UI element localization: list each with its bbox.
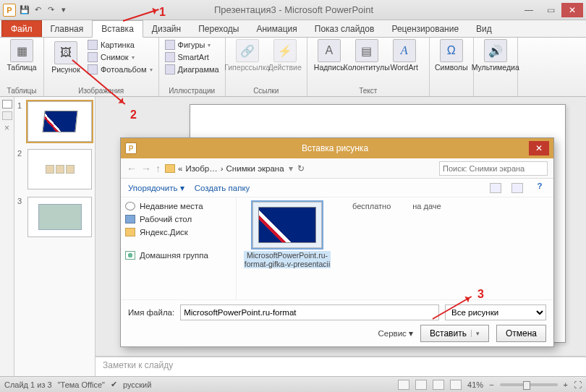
notes-pane[interactable]: Заметки к слайду (95, 356, 586, 376)
tree-homegroup[interactable]: Домашняя группа (125, 251, 232, 260)
screenshot-button[interactable]: Снимок ▾ (86, 51, 154, 63)
shapes-icon (165, 40, 175, 50)
spellcheck-icon[interactable]: ✔ (111, 380, 117, 389)
album-icon (88, 64, 98, 74)
nav-tree: Недавние места Рабочий стол Яндекс.Диск … (121, 197, 237, 299)
wordart-button[interactable]: AWordArt (387, 39, 422, 72)
symbols-button[interactable]: ΩСимволы (434, 39, 469, 72)
photo-album-button[interactable]: Фотоальбом ▾ (86, 64, 154, 75)
maximize-button[interactable]: ▭ (540, 3, 561, 17)
tab-animation[interactable]: Анимация (247, 21, 305, 37)
preview-pane-button[interactable] (511, 183, 523, 193)
file-label-2[interactable]: бесплатно (352, 202, 391, 210)
group-illustrations: Фигуры ▾ SmartArt Диаграмма Иллюстрации (159, 38, 226, 96)
filename-input[interactable] (180, 304, 439, 320)
dialog-app-icon: P (125, 142, 137, 154)
hyperlink-icon: 🔗 (236, 39, 259, 62)
tab-review[interactable]: Рецензирование (383, 21, 467, 37)
breadcrumb[interactable]: « Изобр… › Снимки экрана (165, 164, 284, 173)
clipart-icon (88, 40, 98, 50)
back-button[interactable]: ← (127, 163, 137, 174)
insert-picture-dialog: P Вставка рисунка ✕ ← → ↑ « Изобр… › Сни… (120, 137, 554, 347)
slide-indicator: Слайд 1 из 3 (4, 380, 52, 389)
fit-to-window-button[interactable]: ⛶ (574, 380, 582, 389)
action-button[interactable]: ⚡Действие (268, 39, 302, 72)
redo-icon[interactable]: ↷ (45, 4, 56, 16)
organize-button[interactable]: Упорядочить ▾ (128, 183, 184, 193)
ribbon-tabs: Файл Главная Вставка Дизайн Переходы Ани… (0, 20, 586, 38)
shapes-button[interactable]: Фигуры ▾ (164, 39, 221, 51)
search-input[interactable] (439, 161, 548, 176)
view-options-button[interactable] (490, 183, 501, 193)
file-label-3[interactable]: на даче (412, 202, 441, 210)
tree-desktop[interactable]: Рабочий стол (125, 215, 232, 223)
minimize-button[interactable]: — (518, 3, 540, 17)
tab-insert[interactable]: Вставка (92, 20, 143, 38)
recent-icon (125, 202, 135, 210)
dialog-title: Вставка рисунка (141, 143, 529, 153)
help-button[interactable]: ? (533, 182, 546, 195)
qat-dropdown-icon[interactable]: ▾ (58, 4, 69, 16)
picture-button[interactable]: 🖼 Рисунок (48, 39, 83, 75)
undo-icon[interactable]: ↶ (32, 4, 43, 16)
desktop-icon (125, 215, 135, 223)
tab-transitions[interactable]: Переходы (190, 21, 247, 37)
textbox-button[interactable]: AНадпись (312, 39, 347, 72)
tree-yandex-disk[interactable]: Яндекс.Диск (125, 228, 232, 237)
cancel-button[interactable]: Отмена (496, 325, 546, 342)
thumbnail-2[interactable]: 2 (17, 149, 92, 189)
zoom-value: 41% (467, 380, 483, 389)
zoom-slider[interactable] (500, 383, 558, 386)
file-type-select[interactable]: Все рисунки (445, 304, 546, 320)
tab-design[interactable]: Дизайн (143, 21, 190, 37)
up-button[interactable]: ↑ (156, 163, 161, 174)
smartart-button[interactable]: SmartArt (164, 51, 221, 63)
group-links: 🔗Гиперссылка ⚡Действие Ссылки (226, 38, 307, 96)
tab-view[interactable]: Вид (467, 21, 501, 37)
window-title: Презентация3 - Microsoft PowerPoint (69, 4, 518, 15)
tree-recent[interactable]: Недавние места (125, 202, 232, 210)
zoom-out-button[interactable]: − (489, 380, 493, 389)
thumbnail-3[interactable]: 3 (17, 197, 92, 237)
reading-view-button[interactable] (433, 380, 444, 390)
tab-home[interactable]: Главная (42, 21, 93, 37)
group-text: AНадпись ▤Колонтитулы AWordArt Текст (307, 38, 430, 96)
window-controls: — ▭ ✕ (518, 3, 583, 17)
slideshow-view-button[interactable] (450, 380, 462, 390)
file-list[interactable]: MicrosoftPowerPoint.ru-format-gifka-v-pr… (237, 197, 553, 299)
dialog-close-button[interactable]: ✕ (529, 141, 549, 155)
chart-icon (165, 64, 175, 74)
tab-file[interactable]: Файл (1, 20, 42, 37)
photo-placeholder-icon (38, 204, 82, 230)
outline-tab-icon[interactable] (2, 111, 12, 120)
ribbon: ▦ Таблица Таблицы 🖼 Рисунок Картинка Сни… (0, 38, 586, 97)
refresh-button[interactable]: ↻ (297, 163, 305, 174)
sorter-view-button[interactable] (415, 380, 427, 390)
folder-icon (165, 164, 175, 173)
thumbnail-1[interactable]: 1 (17, 101, 92, 142)
normal-view-button[interactable] (398, 380, 409, 390)
forward-button[interactable]: → (141, 163, 151, 174)
dialog-toolbar: Упорядочить ▾ Создать папку ? (121, 179, 553, 197)
dialog-body: Недавние места Рабочий стол Яндекс.Диск … (121, 197, 553, 299)
close-button[interactable]: ✕ (561, 3, 583, 17)
file-item-selected[interactable]: MicrosoftPowerPoint.ru-format-gifka-v-pr… (244, 202, 331, 268)
slides-tab-icon[interactable] (2, 100, 12, 108)
zoom-in-button[interactable]: + (564, 380, 568, 389)
language-indicator[interactable]: русский (123, 380, 151, 389)
chart-button[interactable]: Диаграмма (164, 64, 221, 75)
dialog-title-bar: P Вставка рисунка ✕ (121, 138, 553, 158)
tools-button[interactable]: Сервис ▾ (378, 328, 413, 338)
outline-tabs: × (0, 97, 14, 376)
hyperlink-button[interactable]: 🔗Гиперссылка (230, 39, 265, 72)
close-panel-icon[interactable]: × (4, 123, 9, 133)
new-folder-button[interactable]: Создать папку (195, 184, 250, 192)
save-icon[interactable]: 💾 (19, 4, 30, 16)
insert-button[interactable]: Вставить (420, 325, 489, 342)
table-button[interactable]: ▦ Таблица (4, 39, 39, 72)
header-footer-button[interactable]: ▤Колонтитулы (349, 39, 384, 72)
media-button[interactable]: 🔊Мультимедиа (478, 39, 513, 72)
textbox-icon: A (318, 39, 341, 62)
tab-slideshow[interactable]: Показ слайдов (306, 21, 383, 37)
clipart-button[interactable]: Картинка (86, 39, 154, 51)
